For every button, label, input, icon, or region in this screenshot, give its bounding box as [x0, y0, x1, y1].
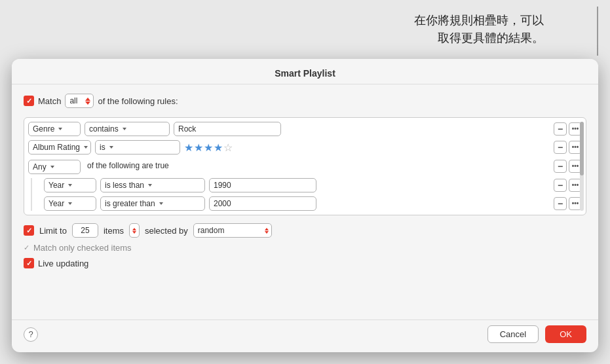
dialog-body: ✓ Match all of the following rules: Genr…	[12, 84, 598, 319]
limit-label-pre: Limit to	[39, 226, 67, 236]
limit-selected-by-value: random	[198, 226, 262, 235]
help-icon: ?	[28, 329, 33, 339]
scroll-indicator[interactable]	[580, 122, 584, 211]
rule-1-remove[interactable]: −	[554, 141, 567, 154]
sub-rule-0-operator[interactable]: is less than	[100, 178, 205, 192]
match-label-post: of the following rules:	[98, 96, 178, 106]
live-updating-label: Live updating	[38, 259, 88, 268]
rule-0-field[interactable]: Genre	[28, 122, 81, 136]
limit-value-input[interactable]	[72, 223, 98, 238]
dialog-title: Smart Playlist	[12, 59, 598, 84]
match-checkbox[interactable]: ✓	[24, 96, 34, 106]
smart-playlist-dialog: Smart Playlist ✓ Match all of the follow…	[12, 59, 598, 352]
sub-rule-0-field[interactable]: Year	[44, 178, 96, 192]
sub-rule-0-remove[interactable]: −	[554, 179, 567, 192]
match-row: ✓ Match all of the following rules:	[24, 94, 586, 108]
annotation-area: 在你將規則相疊時，可以 取得更具體的結果。	[361, 0, 610, 59]
sub-rule-0: Year is less than − •••	[44, 178, 582, 192]
match-label-pre: Match	[38, 96, 61, 106]
sub-rule-1-operator[interactable]: is greater than	[100, 196, 205, 211]
match-spinner-down[interactable]	[85, 101, 90, 105]
rule-1-stars[interactable]: ★ ★ ★ ★ ☆	[184, 141, 243, 154]
sub-rule-1-remove[interactable]: −	[554, 197, 567, 210]
nested-group: Year is less than − •••	[31, 178, 582, 211]
rule-2-field[interactable]: Any	[28, 160, 81, 174]
rule-0-remove[interactable]: −	[554, 122, 567, 136]
limit-selected-by-label: selected by	[145, 226, 188, 236]
limit-row: ✓ Limit to items selected by random	[24, 223, 586, 238]
dialog-footer: ? Cancel OK	[12, 319, 598, 352]
rules-area: Genre contains − ••• Album Rating	[24, 117, 586, 215]
annotation-line2: 取得更具體的結果。	[414, 29, 544, 47]
help-button[interactable]: ?	[24, 327, 38, 342]
match-spinner-up[interactable]	[85, 98, 90, 101]
sub-rule-0-value[interactable]	[209, 178, 316, 192]
rule-1-operator[interactable]: is	[95, 140, 180, 155]
match-value-text: all	[68, 96, 83, 105]
limit-items-label: items	[104, 226, 124, 236]
annotation-line1: 在你將規則相疊時，可以	[414, 12, 544, 29]
rule-2-group-label: of the following are true	[87, 161, 169, 170]
limit-checkbox[interactable]: ✓	[24, 225, 34, 236]
rule-0-value[interactable]	[174, 122, 281, 136]
match-checked-row: ✓ Match only checked items	[24, 243, 586, 253]
live-updating-row: ✓ Live updating	[24, 258, 586, 268]
rule-row-2: Any of the following are true − •••	[28, 158, 582, 174]
limit-items-spinner[interactable]	[129, 223, 140, 238]
rule-2-remove[interactable]: −	[554, 160, 567, 173]
vertical-line	[597, 7, 598, 56]
sub-rule-1-value[interactable]	[209, 196, 316, 211]
footer-actions: Cancel OK	[487, 325, 586, 343]
match-value-spinner[interactable]: all	[65, 94, 94, 108]
match-checked-label: Match only checked items	[33, 243, 132, 253]
rule-1-field[interactable]: Album Rating	[28, 140, 91, 155]
cancel-button[interactable]: Cancel	[487, 325, 539, 343]
rule-row-0: Genre contains − •••	[28, 122, 582, 136]
rule-0-operator[interactable]: contains	[85, 122, 170, 136]
limit-selected-by-select[interactable]: random	[193, 223, 272, 238]
ok-button[interactable]: OK	[545, 325, 586, 343]
live-updating-checkbox[interactable]: ✓	[24, 258, 34, 268]
sub-rule-1-field[interactable]: Year	[44, 196, 96, 211]
rule-row-1: Album Rating is ★ ★ ★ ★ ☆ − •••	[28, 140, 582, 155]
sub-rule-1: Year is greater than − •••	[44, 196, 582, 211]
